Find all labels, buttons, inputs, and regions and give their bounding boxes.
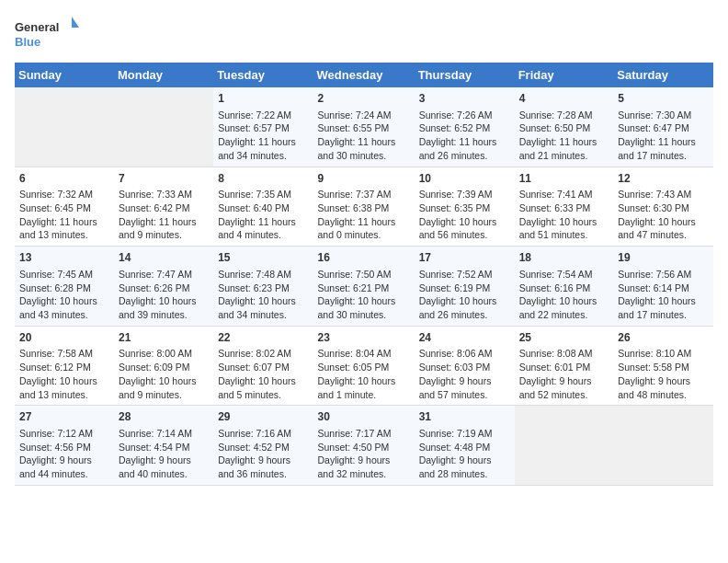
day-number: 6 bbox=[19, 171, 109, 187]
day-number: 16 bbox=[318, 250, 410, 266]
cell-info: Sunset: 6:40 PM bbox=[218, 201, 308, 215]
cell-info: Sunrise: 7:35 AM bbox=[218, 188, 308, 201]
cell-info: Sunrise: 7:26 AM bbox=[419, 109, 510, 122]
calendar-cell bbox=[515, 406, 614, 486]
day-number: 10 bbox=[419, 171, 510, 187]
svg-marker-2 bbox=[72, 17, 79, 28]
page-header: General Blue bbox=[15, 15, 713, 53]
cell-info: and 26 minutes. bbox=[419, 308, 510, 322]
calendar-cell: 25Sunrise: 8:08 AMSunset: 6:01 PMDayligh… bbox=[515, 326, 614, 406]
day-number: 24 bbox=[419, 330, 510, 346]
cell-info: Sunset: 6:19 PM bbox=[419, 282, 510, 295]
cell-info: and 21 minutes. bbox=[519, 149, 609, 163]
cell-info: and 48 minutes. bbox=[618, 388, 709, 402]
calendar-header-row: SundayMondayTuesdayWednesdayThursdayFrid… bbox=[15, 63, 713, 87]
day-number: 22 bbox=[218, 330, 308, 346]
logo-svg: General Blue bbox=[15, 15, 79, 53]
calendar-cell: 4Sunrise: 7:28 AMSunset: 6:50 PMDaylight… bbox=[515, 87, 614, 167]
cell-info: Sunrise: 7:54 AM bbox=[519, 268, 609, 282]
cell-info: Daylight: 11 hours bbox=[519, 135, 609, 149]
day-number: 13 bbox=[19, 250, 109, 266]
cell-info: Daylight: 9 hours bbox=[19, 454, 109, 467]
cell-info: Daylight: 10 hours bbox=[19, 374, 109, 388]
cell-info: Sunset: 4:48 PM bbox=[419, 441, 510, 454]
day-header-wednesday: Wednesday bbox=[313, 63, 415, 87]
cell-info: Daylight: 10 hours bbox=[618, 215, 709, 229]
calendar-cell: 7Sunrise: 7:33 AMSunset: 6:42 PMDaylight… bbox=[114, 167, 213, 247]
day-number: 3 bbox=[419, 91, 510, 107]
cell-info: Sunrise: 8:08 AM bbox=[519, 347, 609, 361]
cell-info: Daylight: 9 hours bbox=[519, 374, 609, 388]
cell-info: and 47 minutes. bbox=[618, 228, 709, 242]
day-number: 17 bbox=[419, 250, 510, 266]
day-number: 28 bbox=[119, 409, 209, 425]
calendar-cell: 13Sunrise: 7:45 AMSunset: 6:28 PMDayligh… bbox=[15, 247, 114, 327]
calendar-cell bbox=[613, 406, 713, 486]
cell-info: Sunset: 6:35 PM bbox=[419, 201, 510, 215]
cell-info: Sunrise: 8:04 AM bbox=[318, 347, 410, 361]
cell-info: Sunrise: 7:39 AM bbox=[419, 188, 510, 201]
cell-info: Daylight: 10 hours bbox=[218, 374, 308, 388]
calendar-cell: 27Sunrise: 7:12 AMSunset: 4:56 PMDayligh… bbox=[15, 406, 114, 486]
cell-info: Sunrise: 7:48 AM bbox=[218, 268, 308, 282]
calendar-cell: 8Sunrise: 7:35 AMSunset: 6:40 PMDaylight… bbox=[213, 167, 313, 247]
cell-info: Sunrise: 7:17 AM bbox=[318, 427, 410, 441]
day-number: 23 bbox=[318, 330, 410, 346]
cell-info: and 13 minutes. bbox=[19, 228, 109, 242]
day-number: 25 bbox=[519, 330, 609, 346]
cell-info: Sunset: 6:03 PM bbox=[419, 361, 510, 374]
day-number: 27 bbox=[19, 409, 109, 425]
calendar-week-4: 20Sunrise: 7:58 AMSunset: 6:12 PMDayligh… bbox=[15, 326, 713, 406]
calendar-cell: 20Sunrise: 7:58 AMSunset: 6:12 PMDayligh… bbox=[15, 326, 114, 406]
cell-info: Sunrise: 7:12 AM bbox=[19, 427, 109, 441]
day-number: 18 bbox=[519, 250, 609, 266]
cell-info: and 52 minutes. bbox=[519, 388, 609, 402]
cell-info: and 30 minutes. bbox=[318, 308, 410, 322]
svg-text:General: General bbox=[15, 20, 59, 34]
calendar-week-5: 27Sunrise: 7:12 AMSunset: 4:56 PMDayligh… bbox=[15, 406, 713, 486]
cell-info: Sunset: 6:12 PM bbox=[19, 361, 109, 374]
day-number: 29 bbox=[218, 409, 308, 425]
cell-info: and 34 minutes. bbox=[218, 149, 308, 163]
cell-info: and 32 minutes. bbox=[318, 467, 410, 481]
cell-info: Sunset: 6:52 PM bbox=[419, 121, 510, 135]
cell-info: Daylight: 11 hours bbox=[618, 135, 709, 149]
calendar-cell: 30Sunrise: 7:17 AMSunset: 4:50 PMDayligh… bbox=[313, 406, 415, 486]
day-number: 9 bbox=[318, 171, 410, 187]
cell-info: and 22 minutes. bbox=[519, 308, 609, 322]
cell-info: Sunrise: 8:02 AM bbox=[218, 347, 308, 361]
cell-info: Sunrise: 7:47 AM bbox=[119, 268, 209, 282]
calendar-cell: 5Sunrise: 7:30 AMSunset: 6:47 PMDaylight… bbox=[613, 87, 713, 167]
cell-info: Sunset: 6:14 PM bbox=[618, 282, 709, 295]
calendar-table: SundayMondayTuesdayWednesdayThursdayFrid… bbox=[15, 63, 713, 486]
calendar-cell: 21Sunrise: 8:00 AMSunset: 6:09 PMDayligh… bbox=[114, 326, 213, 406]
cell-info: and 0 minutes. bbox=[318, 228, 410, 242]
day-number: 30 bbox=[318, 409, 410, 425]
cell-info: and 51 minutes. bbox=[519, 228, 609, 242]
cell-info: Sunset: 4:52 PM bbox=[218, 441, 308, 454]
calendar-cell: 17Sunrise: 7:52 AMSunset: 6:19 PMDayligh… bbox=[415, 247, 515, 327]
calendar-cell: 14Sunrise: 7:47 AMSunset: 6:26 PMDayligh… bbox=[114, 247, 213, 327]
day-number: 21 bbox=[119, 330, 209, 346]
cell-info: Sunrise: 7:56 AM bbox=[618, 268, 709, 282]
cell-info: Daylight: 11 hours bbox=[318, 135, 410, 149]
cell-info: Sunset: 6:01 PM bbox=[519, 361, 609, 374]
cell-info: and 26 minutes. bbox=[419, 149, 510, 163]
cell-info: Sunset: 6:07 PM bbox=[218, 361, 308, 374]
cell-info: Daylight: 10 hours bbox=[119, 294, 209, 308]
cell-info: Sunset: 6:21 PM bbox=[318, 282, 410, 295]
cell-info: Sunset: 6:50 PM bbox=[519, 121, 609, 135]
cell-info: Daylight: 9 hours bbox=[419, 374, 510, 388]
cell-info: Sunset: 6:09 PM bbox=[119, 361, 209, 374]
cell-info: Daylight: 10 hours bbox=[519, 294, 609, 308]
cell-info: Sunrise: 8:00 AM bbox=[119, 347, 209, 361]
cell-info: Sunset: 6:23 PM bbox=[218, 282, 308, 295]
cell-info: Sunrise: 7:43 AM bbox=[618, 188, 709, 201]
cell-info: Daylight: 11 hours bbox=[318, 215, 410, 229]
day-number: 19 bbox=[618, 250, 709, 266]
calendar-cell: 1Sunrise: 7:22 AMSunset: 6:57 PMDaylight… bbox=[213, 87, 313, 167]
logo: General Blue bbox=[15, 15, 79, 53]
cell-info: and 57 minutes. bbox=[419, 388, 510, 402]
day-number: 2 bbox=[318, 91, 410, 107]
day-number: 4 bbox=[519, 91, 609, 107]
